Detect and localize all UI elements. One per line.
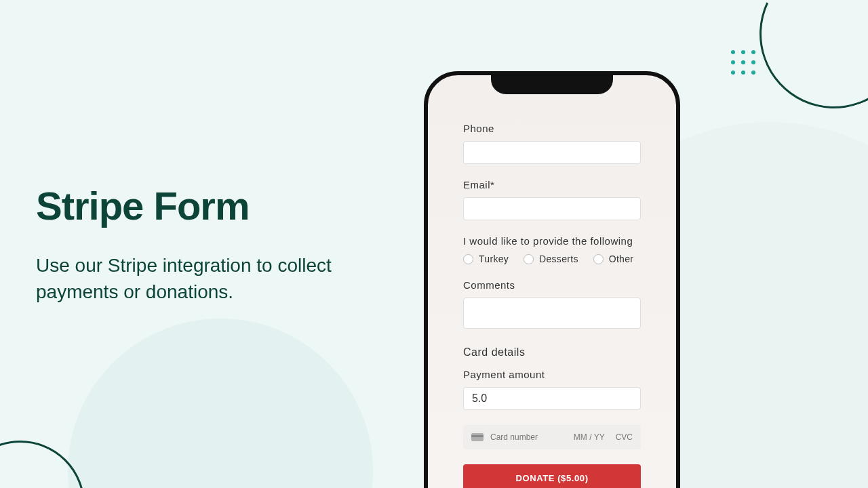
phone-notch <box>491 74 613 94</box>
comments-label: Comments <box>463 279 641 291</box>
radio-circle-icon <box>524 254 534 264</box>
page-subtitle: Use our Stripe integration to collect pa… <box>36 252 395 305</box>
comments-input[interactable] <box>463 298 641 329</box>
radio-option-other[interactable]: Other <box>593 253 634 264</box>
radio-circle-icon <box>463 254 473 264</box>
card-input-row[interactable]: Card number MM / YY CVC <box>463 425 641 449</box>
email-label: Email* <box>463 179 641 190</box>
card-details-label: Card details <box>463 346 641 359</box>
radio-option-desserts[interactable]: Desserts <box>524 253 578 264</box>
radio-circle-icon <box>593 254 604 264</box>
amount-input[interactable] <box>463 387 641 410</box>
radio-option-turkey[interactable]: Turkey <box>463 253 509 264</box>
donation-form: Phone Email* I would like to provide the… <box>443 116 661 488</box>
radio-label: Desserts <box>539 253 578 264</box>
page-title: Stripe Form <box>36 183 250 228</box>
card-expiry-placeholder: MM / YY <box>574 432 605 442</box>
provide-label: I would like to provide the following <box>463 235 641 247</box>
amount-label: Payment amount <box>463 369 641 380</box>
radio-label: Turkey <box>479 253 509 264</box>
phone-label: Phone <box>463 123 641 134</box>
card-cvc-placeholder: CVC <box>616 432 633 442</box>
decorative-arc-top-right <box>738 0 868 129</box>
phone-mockup-frame: Phone Email* I would like to provide the… <box>424 71 680 488</box>
provide-radio-group: Turkey Desserts Other <box>463 253 641 264</box>
radio-label: Other <box>609 253 634 264</box>
email-input[interactable] <box>463 197 641 220</box>
phone-input[interactable] <box>463 141 641 164</box>
donate-button[interactable]: DONATE ($5.00) <box>463 464 641 488</box>
decorative-dot-grid-icon <box>731 50 755 75</box>
credit-card-icon <box>471 433 484 441</box>
card-number-placeholder: Card number <box>490 432 567 442</box>
decorative-blob-bottom <box>68 319 373 488</box>
